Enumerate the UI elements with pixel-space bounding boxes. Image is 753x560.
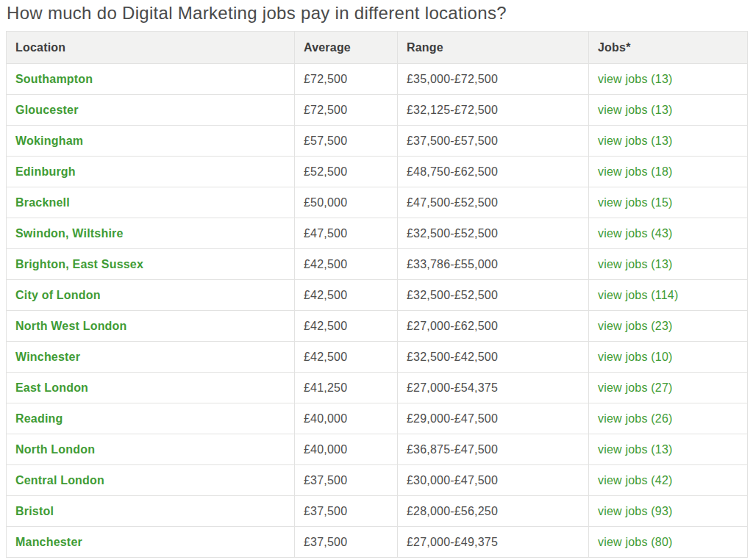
header-row: Location Average Range Jobs* <box>7 32 748 64</box>
location-link[interactable]: East London <box>15 381 88 394</box>
table-body: Southampton £72,500 £35,000-£72,500 view… <box>7 64 748 558</box>
jobs-cell: view jobs (10) <box>589 342 748 373</box>
jobs-cell: view jobs (26) <box>589 403 748 434</box>
location-cell: North West London <box>7 311 295 342</box>
range-cell: £27,000-£49,375 <box>398 527 589 558</box>
page-title: How much do Digital Marketing jobs pay i… <box>0 0 753 31</box>
table-row: Reading £40,000 £29,000-£47,500 view job… <box>7 403 748 434</box>
location-link[interactable]: Wokingham <box>15 134 83 147</box>
location-cell: Bristol <box>7 496 295 527</box>
location-link[interactable]: North West London <box>15 320 127 332</box>
average-cell: £72,500 <box>295 95 398 126</box>
average-cell: £42,500 <box>295 311 398 342</box>
range-cell: £29,000-£47,500 <box>398 403 589 434</box>
location-cell: Central London <box>7 465 295 496</box>
table-row: North West London £42,500 £27,000-£62,50… <box>7 311 748 342</box>
range-cell: £35,000-£72,500 <box>398 64 589 95</box>
table-row: North London £40,000 £36,875-£47,500 vie… <box>7 434 748 465</box>
table-row: Manchester £37,500 £27,000-£49,375 view … <box>7 527 748 558</box>
view-jobs-link[interactable]: view jobs (42) <box>598 474 673 487</box>
jobs-cell: view jobs (13) <box>589 95 748 126</box>
jobs-cell: view jobs (18) <box>589 157 748 187</box>
table-row: Winchester £42,500 £32,500-£42,500 view … <box>7 342 748 373</box>
view-jobs-link[interactable]: view jobs (18) <box>598 165 673 178</box>
table-row: Gloucester £72,500 £32,125-£72,500 view … <box>7 95 748 126</box>
view-jobs-link[interactable]: view jobs (93) <box>598 505 673 517</box>
jobs-cell: view jobs (42) <box>589 465 748 496</box>
range-cell: £36,875-£47,500 <box>398 434 589 465</box>
view-jobs-link[interactable]: view jobs (13) <box>598 443 673 456</box>
average-cell: £37,500 <box>295 465 398 496</box>
location-link[interactable]: City of London <box>15 289 101 301</box>
jobs-cell: view jobs (15) <box>589 187 748 218</box>
location-link[interactable]: Central London <box>15 474 104 487</box>
column-header-location: Location <box>7 32 295 64</box>
location-link[interactable]: Brighton, East Sussex <box>15 258 143 270</box>
view-jobs-link[interactable]: view jobs (13) <box>598 258 673 270</box>
location-cell: Reading <box>7 403 295 434</box>
location-cell: East London <box>7 373 295 403</box>
location-cell: Gloucester <box>7 95 295 126</box>
location-cell: Winchester <box>7 342 295 373</box>
average-cell: £42,500 <box>295 342 398 373</box>
location-link[interactable]: Bracknell <box>15 196 70 209</box>
range-cell: £28,000-£56,250 <box>398 496 589 527</box>
jobs-cell: view jobs (43) <box>589 218 748 249</box>
average-cell: £72,500 <box>295 64 398 95</box>
table-row: East London £41,250 £27,000-£54,375 view… <box>7 373 748 403</box>
range-cell: £32,125-£72,500 <box>398 95 589 126</box>
table-row: Edinburgh £52,500 £48,750-£62,500 view j… <box>7 157 748 187</box>
jobs-cell: view jobs (80) <box>589 527 748 558</box>
column-header-jobs: Jobs* <box>589 32 748 64</box>
view-jobs-link[interactable]: view jobs (13) <box>598 134 673 147</box>
location-link[interactable]: Manchester <box>15 536 82 548</box>
range-cell: £32,500-£42,500 <box>398 342 589 373</box>
jobs-cell: view jobs (13) <box>589 64 748 95</box>
view-jobs-link[interactable]: view jobs (43) <box>598 227 673 240</box>
range-cell: £30,000-£47,500 <box>398 465 589 496</box>
location-link[interactable]: Reading <box>15 412 63 425</box>
average-cell: £42,500 <box>295 249 398 280</box>
view-jobs-link[interactable]: view jobs (26) <box>598 412 673 425</box>
table-row: Bracknell £50,000 £47,500-£52,500 view j… <box>7 187 748 218</box>
salary-table: Location Average Range Jobs* Southampton… <box>6 31 748 558</box>
average-cell: £50,000 <box>295 187 398 218</box>
average-cell: £37,500 <box>295 496 398 527</box>
location-cell: Southampton <box>7 64 295 95</box>
view-jobs-link[interactable]: view jobs (80) <box>598 536 673 548</box>
location-link[interactable]: Southampton <box>15 73 93 85</box>
location-cell: Swindon, Wiltshire <box>7 218 295 249</box>
location-cell: Wokingham <box>7 126 295 157</box>
location-cell: Brighton, East Sussex <box>7 249 295 280</box>
location-link[interactable]: Winchester <box>15 351 80 363</box>
location-cell: Manchester <box>7 527 295 558</box>
jobs-cell: view jobs (93) <box>589 496 748 527</box>
location-link[interactable]: Swindon, Wiltshire <box>15 227 124 240</box>
jobs-cell: view jobs (114) <box>589 280 748 311</box>
jobs-cell: view jobs (13) <box>589 126 748 157</box>
table-row: Central London £37,500 £30,000-£47,500 v… <box>7 465 748 496</box>
view-jobs-link[interactable]: view jobs (27) <box>598 381 673 394</box>
jobs-cell: view jobs (23) <box>589 311 748 342</box>
range-cell: £47,500-£52,500 <box>398 187 589 218</box>
location-link[interactable]: North London <box>15 443 95 456</box>
view-jobs-link[interactable]: view jobs (15) <box>598 196 673 209</box>
location-cell: Edinburgh <box>7 157 295 187</box>
view-jobs-link[interactable]: view jobs (13) <box>598 104 673 116</box>
view-jobs-link[interactable]: view jobs (114) <box>598 289 678 301</box>
location-link[interactable]: Bristol <box>15 505 54 517</box>
location-link[interactable]: Edinburgh <box>15 165 76 178</box>
view-jobs-link[interactable]: view jobs (10) <box>598 351 673 363</box>
view-jobs-link[interactable]: view jobs (23) <box>598 320 673 332</box>
table-row: Southampton £72,500 £35,000-£72,500 view… <box>7 64 748 95</box>
location-link[interactable]: Gloucester <box>15 104 79 116</box>
range-cell: £32,500-£52,500 <box>398 280 589 311</box>
average-cell: £37,500 <box>295 527 398 558</box>
location-cell: North London <box>7 434 295 465</box>
column-header-average: Average <box>295 32 398 64</box>
average-cell: £47,500 <box>295 218 398 249</box>
column-header-range: Range <box>398 32 589 64</box>
table-header: Location Average Range Jobs* <box>7 32 748 64</box>
jobs-cell: view jobs (13) <box>589 249 748 280</box>
view-jobs-link[interactable]: view jobs (13) <box>598 73 673 85</box>
